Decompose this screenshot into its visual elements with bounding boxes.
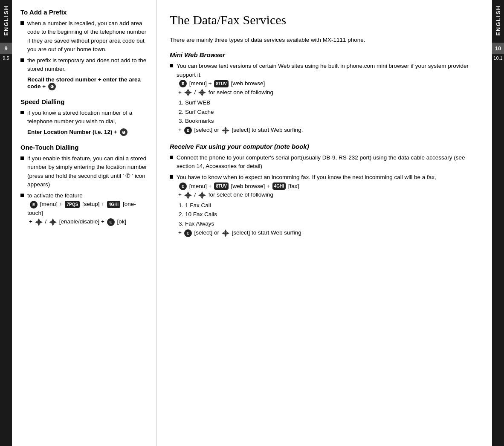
- nav-dpad-icon5: [221, 126, 230, 135]
- phone-icon: ✆: [125, 173, 130, 179]
- speed-dialling-enter-text: Enter Location Number (i.e. 12) +: [27, 129, 117, 135]
- send-button-icon: ◕: [48, 83, 56, 90]
- mini-web-for-select: for select one of following: [209, 89, 273, 96]
- one-touch-step1-setup: [setup] +: [82, 201, 106, 207]
- right-section-sub: 10.1: [492, 54, 504, 62]
- receive-fax-title: Receive Fax using your computor (note bo…: [170, 143, 484, 150]
- mini-web-option1: Surf WEB: [185, 98, 484, 107]
- bullet-square-icon6: [170, 64, 173, 67]
- one-touch-bullet2: to activate the feature E [menu] + 7PQS …: [20, 191, 148, 227]
- svg-point-34: [201, 194, 203, 197]
- nav-dpad-icon8: [221, 229, 230, 238]
- web-browse-icon: 8TUV: [214, 80, 229, 87]
- mini-web-select-label: [select] or: [194, 127, 220, 133]
- svg-point-9: [52, 221, 54, 223]
- svg-marker-17: [198, 91, 201, 94]
- setup-icon: 7PQS: [65, 201, 80, 208]
- bullet-square-icon2: [20, 58, 24, 62]
- enter-ok-icon: E: [107, 218, 115, 226]
- one-touch-bullet1-text: if you enable this feature, you can dial…: [27, 154, 148, 189]
- fax-step1-label: [web browse] +: [231, 183, 272, 189]
- speed-dialling-bullet1-text: if you know a stored location number of …: [27, 109, 148, 126]
- svg-marker-36: [224, 235, 227, 237]
- svg-marker-18: [203, 91, 206, 94]
- mini-web-options-list: Surf WEB Surf Cache Bookmarks: [185, 98, 484, 126]
- speed-dialling-title: Speed Dialling: [20, 98, 148, 105]
- one-touch-enable-label: [enable/disable] +: [59, 218, 106, 225]
- left-section-sub: 9.5: [0, 54, 12, 62]
- right-section-number: 10: [492, 43, 504, 54]
- add-prefix-recall-text: Recall the stored number + enter the are…: [27, 76, 141, 90]
- bullet-square-icon: [20, 21, 24, 25]
- fax-for-select: for select one of following: [209, 191, 273, 198]
- svg-marker-25: [187, 191, 189, 194]
- svg-marker-15: [201, 89, 203, 91]
- bullet-square-icon4: [20, 156, 24, 160]
- svg-point-4: [38, 221, 40, 223]
- svg-marker-0: [38, 218, 40, 221]
- svg-marker-21: [224, 132, 227, 134]
- one-touch-title: One-Touch Dialling: [20, 144, 148, 151]
- mini-web-bullet1: You can browse text versions of certain …: [170, 62, 484, 135]
- svg-marker-8: [54, 221, 57, 223]
- speed-dialling-bold-line: Enter Location Number (i.e. 12) + ◕: [27, 128, 148, 136]
- svg-marker-10: [187, 89, 189, 91]
- section-mini-web: Mini Web Browser You can browse text ver…: [170, 51, 484, 135]
- nav-dpad-icon3: [183, 88, 193, 97]
- svg-marker-11: [187, 94, 189, 96]
- mini-web-option2: Surf Cache: [185, 107, 484, 117]
- speed-dialling-bullet1: if you know a stored location number of …: [20, 109, 148, 126]
- fax-step1-fax-label: [fax]: [288, 183, 299, 189]
- enter-select-icon: E: [184, 127, 192, 134]
- one-touch-bullet1: if you enable this feature, you can dial…: [20, 154, 148, 189]
- add-prefix-bullet1: when a number is recalled, you can add a…: [20, 19, 148, 54]
- enter-select-icon2: E: [184, 229, 192, 237]
- right-language-label: ENGLISH: [495, 0, 501, 41]
- add-prefix-title: To Add a Prefix: [20, 9, 148, 16]
- svg-marker-3: [40, 221, 43, 223]
- page-title: The Data/Fax Services: [170, 13, 484, 27]
- add-prefix-bold-line: Recall the stored number + enter the are…: [27, 76, 148, 90]
- enter-icon: E: [30, 201, 38, 209]
- svg-marker-12: [184, 91, 187, 94]
- mini-web-title: Mini Web Browser: [170, 51, 484, 58]
- mini-web-select-surf: [select] to start Web surfing.: [232, 127, 303, 133]
- speed-send-icon: ◕: [120, 128, 127, 136]
- svg-point-14: [187, 91, 189, 94]
- nav-dpad-icon: [34, 217, 43, 227]
- svg-marker-26: [187, 197, 189, 199]
- fax-icon-btn: 4GHI: [272, 182, 286, 190]
- add-prefix-bullet2-text: the prefix is temporary and does not add…: [27, 56, 148, 74]
- svg-marker-5: [52, 218, 54, 221]
- left-section-number: 9: [0, 43, 12, 54]
- svg-marker-20: [224, 127, 227, 129]
- svg-marker-28: [189, 194, 192, 197]
- svg-marker-22: [222, 129, 224, 132]
- mini-web-step1-menu: [menu] +: [189, 80, 214, 87]
- receive-fax-bullet2-text: You have to know when to expect an incom…: [177, 173, 436, 237]
- nav-dpad-icon6: [183, 191, 193, 200]
- svg-marker-7: [49, 221, 52, 223]
- fax-option1: 1 Fax Call: [185, 201, 436, 210]
- receive-fax-bullet1-text: Connect the phone to your computer's ser…: [177, 153, 484, 171]
- left-column: To Add a Prefix when a number is recalle…: [12, 0, 157, 446]
- receive-fax-bullet1: Connect the phone to your computer's ser…: [170, 153, 484, 171]
- section-speed-dialling: Speed Dialling if you know a stored loca…: [20, 98, 148, 136]
- fax-select-surf: [select] to start Web surfing: [232, 229, 301, 236]
- fax-select-label: [select] or: [194, 229, 220, 236]
- fax-option3: Fax Always: [185, 219, 436, 229]
- intro-text: There are mainly three types of data ser…: [170, 36, 484, 44]
- svg-marker-27: [184, 194, 187, 197]
- section-receive-fax: Receive Fax using your computor (note bo…: [170, 143, 484, 238]
- enter-icon-web: E: [179, 80, 187, 87]
- nav-dpad-icon7: [197, 191, 207, 200]
- svg-marker-23: [227, 129, 229, 132]
- svg-marker-33: [203, 194, 206, 197]
- mini-web-option3: Bookmarks: [185, 116, 484, 126]
- main-content: To Add a Prefix when a number is recalle…: [12, 0, 492, 446]
- section-add-prefix: To Add a Prefix when a number is recalle…: [20, 9, 148, 90]
- svg-marker-37: [222, 232, 224, 235]
- bullet-square-icon8: [170, 175, 173, 179]
- nav-dpad-icon2: [48, 217, 58, 227]
- svg-marker-13: [189, 91, 192, 94]
